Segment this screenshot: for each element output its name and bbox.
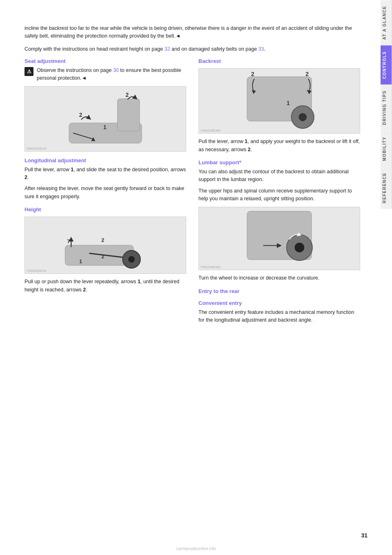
height-diagram: 7 2 2 1 Y60Z31ELN [24, 217, 186, 274]
link-page-32[interactable]: 32 [165, 46, 170, 52]
longitudinal-heading: Longitudinal adjustment [24, 157, 186, 163]
left-column: Seat adjustment ⚠ Observe the instructio… [24, 58, 186, 327]
page-watermark: carmanualsonline.info [176, 546, 216, 551]
seat-diagram-1: 2 2 1 Y60Z31ELN [24, 86, 186, 152]
svg-text:2: 2 [101, 237, 104, 243]
backrest-text: Pull the lever, arrow 1, and apply your … [198, 138, 360, 154]
svg-text:2: 2 [125, 91, 129, 98]
tab-at-a-glance[interactable]: AT A GLANCE [381, 0, 392, 45]
warning-text: Observe the instructions on page 30 to e… [37, 67, 186, 82]
tab-driving-tips[interactable]: DRIVING TIPS [381, 85, 392, 131]
lumbar-diagram-watermark: Y60Z16ESN [200, 265, 220, 269]
intro-text-body: incline the backrest too far to the rear… [24, 25, 352, 39]
height-heading: Height [24, 206, 186, 213]
svg-point-17 [298, 113, 307, 121]
backrest-diagram-watermark: Y60Z16ESN [200, 129, 220, 132]
lumbar-text-1: You can also adjust the contour of the b… [198, 168, 360, 184]
tab-controls[interactable]: CONTROLS [381, 45, 392, 85]
end-marker: ◄ [176, 33, 180, 39]
seat-svg-1: 2 2 1 [25, 87, 186, 151]
lumbar-turn-text: Turn the wheel to increase or decrease t… [198, 274, 360, 282]
diagram-watermark-1: Y60Z31ELN [27, 147, 46, 150]
svg-text:2: 2 [79, 112, 82, 118]
lumbar-svg [199, 207, 360, 270]
convenient-entry-heading: Convenient entry [198, 300, 360, 306]
warning-icon: ⚠ [24, 67, 33, 76]
svg-text:2: 2 [305, 71, 309, 77]
content-columns: Seat adjustment ⚠ Observe the instructio… [24, 58, 360, 327]
seat-adjustment-heading: Seat adjustment [24, 58, 186, 64]
svg-point-9 [128, 256, 135, 263]
convenient-entry-text: The convenient entry feature includes a … [198, 309, 360, 324]
height-diagram-watermark: Y60Z31ELN [27, 269, 46, 273]
tab-reference[interactable]: REFERENCE [381, 167, 392, 209]
longitudinal-text: Pull the lever, arrow 1, and slide the s… [24, 166, 186, 182]
svg-text:2: 2 [101, 253, 104, 260]
tab-mobility[interactable]: MOBILITY [381, 131, 392, 167]
svg-text:2: 2 [251, 71, 254, 77]
right-column: Backrest 2 2 1 [198, 58, 360, 327]
height-svg: 7 2 2 1 [25, 217, 186, 273]
link-page-30[interactable]: 30 [113, 67, 119, 73]
page-number: 31 [361, 532, 368, 539]
svg-text:1: 1 [103, 123, 107, 130]
svg-point-25 [295, 243, 305, 253]
backrest-diagram: 2 2 1 Y60Z16ESN [198, 68, 360, 134]
svg-rect-1 [118, 98, 140, 131]
sidebar-tabs: AT A GLANCE CONTROLS DRIVING TIPS MOBILI… [381, 0, 392, 555]
entry-heading: Entry to the rear [198, 288, 360, 294]
svg-text:7: 7 [67, 238, 70, 244]
lumbar-text-2: The upper hips and spinal column receive… [198, 187, 360, 203]
svg-text:1: 1 [79, 258, 82, 264]
svg-text:1: 1 [287, 100, 290, 106]
warning-box: ⚠ Observe the instructions on page 30 to… [24, 67, 186, 82]
lumbar-heading: Lumbar support* [198, 159, 360, 166]
page-container: incline the backrest too far to the rear… [0, 0, 392, 555]
link-page-33[interactable]: 33 [258, 46, 264, 52]
main-content: incline the backrest too far to the rear… [0, 0, 381, 555]
backrest-svg: 2 2 1 [199, 69, 360, 133]
lumbar-diagram: Y60Z16ESN [198, 207, 360, 270]
height-text: Pull up or push down the lever repeatedl… [24, 278, 186, 294]
backrest-heading: Backrest [198, 58, 360, 64]
intro-paragraph-2: Comply with the instructions on head res… [24, 45, 360, 53]
longitudinal-text-2: After releasing the lever, move the seat… [24, 185, 186, 201]
intro-paragraph: incline the backrest too far to the rear… [24, 25, 360, 40]
